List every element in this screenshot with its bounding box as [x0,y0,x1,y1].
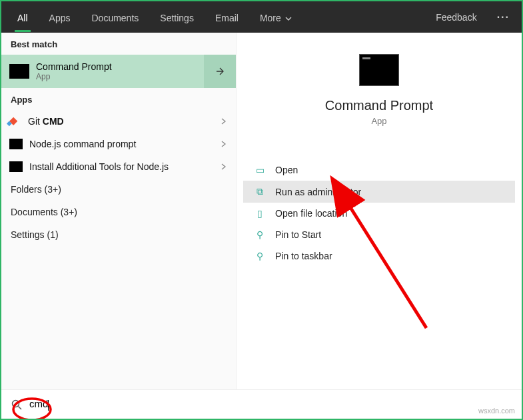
search-input[interactable]: cmd [29,398,49,410]
category-documents[interactable]: Documents (3+) [1,201,236,223]
arrow-right-icon [214,65,226,77]
action-label: Pin to Start [275,229,321,240]
header-bar: All Apps Documents Settings Email More F… [1,1,522,33]
tab-settings[interactable]: Settings [149,3,205,31]
action-label: Run as administrator [275,187,361,197]
terminal-icon [9,64,29,79]
tab-more[interactable]: More [249,3,302,31]
action-pin-to-taskbar[interactable]: ⚲ Pin to taskbar [243,245,515,267]
search-bar[interactable]: cmd [1,389,522,419]
chevron-right-icon [219,139,228,149]
watermark: wsxdn.com [478,407,515,415]
expand-arrow-button[interactable] [204,55,236,88]
result-title: Node.js command prompt [29,139,136,149]
result-command-prompt[interactable]: Command Prompt App [1,55,236,88]
action-open[interactable]: ▭ Open [243,159,515,181]
terminal-icon [9,139,23,149]
action-label: Open [275,165,298,175]
result-title: Command Prompt [36,61,189,72]
open-icon: ▭ [254,165,266,175]
filter-tabs: All Apps Documents Settings Email More [7,3,302,31]
chevron-right-icon [219,162,228,171]
tab-email[interactable]: Email [205,3,249,31]
search-icon [11,399,23,411]
tab-apps[interactable]: Apps [39,3,81,31]
result-nodejs-prompt[interactable]: Node.js command prompt [1,133,236,155]
preview-panel: Command Prompt App ▭ Open ⧉ Run as admin… [237,33,522,389]
tab-documents[interactable]: Documents [81,3,149,31]
result-subtitle: App [36,72,189,81]
section-best-match: Best match [1,33,236,55]
preview-title: Command Prompt [243,98,515,113]
feedback-button[interactable]: Feedback [429,8,483,27]
action-label: Open file location [275,208,347,219]
git-icon [9,115,21,127]
tab-all[interactable]: All [7,3,39,31]
overflow-menu-button[interactable]: ··· [490,7,516,27]
folder-icon: ▯ [254,208,266,219]
action-label: Pin to taskbar [275,251,332,261]
svg-line-1 [19,406,22,409]
pin-icon: ⚲ [254,229,266,240]
actions-list: ▭ Open ⧉ Run as administrator ▯ Open fil… [243,159,515,267]
preview-subtitle: App [243,116,515,126]
results-panel: Best match Command Prompt App Apps Git C… [1,33,237,389]
terminal-icon [9,161,23,172]
pin-icon: ⚲ [254,251,266,261]
chevron-right-icon [219,117,228,126]
result-git-cmd[interactable]: Git CMD [1,110,236,133]
action-pin-to-start[interactable]: ⚲ Pin to Start [243,224,515,245]
action-open-file-location[interactable]: ▯ Open file location [243,203,515,224]
app-preview-icon [359,54,399,86]
result-install-nodejs-tools[interactable]: Install Additional Tools for Node.js [1,155,236,178]
result-title: Install Additional Tools for Node.js [29,161,169,172]
admin-icon: ⧉ [254,186,266,197]
tab-more-label: More [260,13,281,23]
section-apps: Apps [1,88,236,110]
result-title: Git CMD [28,116,64,127]
svg-point-0 [13,400,19,407]
action-run-as-admin[interactable]: ⧉ Run as administrator [243,181,515,203]
category-folders[interactable]: Folders (3+) [1,178,236,201]
chevron-down-icon [285,15,292,22]
category-settings[interactable]: Settings (1) [1,223,236,246]
